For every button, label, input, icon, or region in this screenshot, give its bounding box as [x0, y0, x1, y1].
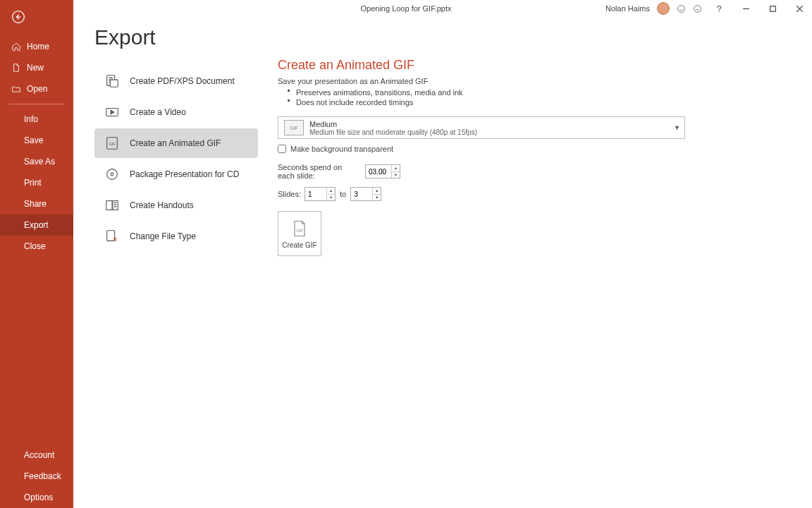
export-option-pdf[interactable]: Create PDF/XPS Document — [94, 66, 258, 96]
svg-point-12 — [107, 169, 118, 180]
export-option-label: Create PDF/XPS Document — [130, 76, 235, 86]
sidebar-item-new[interactable]: New — [0, 57, 73, 78]
export-option-label: Create Handouts — [130, 200, 194, 210]
export-option-video[interactable]: Create a Video — [94, 97, 258, 127]
sidebar-label: New — [27, 63, 44, 73]
svg-point-13 — [111, 173, 113, 176]
svg-rect-16 — [107, 231, 115, 241]
minimize-button[interactable] — [736, 1, 756, 16]
backstage-sidebar: Home New Open Info Save Save As Print Sh… — [0, 0, 73, 508]
back-button[interactable] — [0, 0, 73, 36]
sidebar-item-save[interactable]: Save — [0, 130, 73, 151]
seconds-label: Seconds spend on each slide: — [278, 163, 361, 180]
export-option-label: Change File Type — [130, 231, 196, 241]
create-gif-button[interactable]: GIF Create GIF — [278, 211, 321, 256]
sidebar-item-export[interactable]: Export — [0, 214, 73, 236]
page-title: Export — [94, 25, 258, 49]
sidebar-item-save-as[interactable]: Save As — [0, 151, 73, 172]
export-option-gif[interactable]: GIF Create an Animated GIF — [94, 128, 258, 158]
cd-icon — [104, 167, 120, 182]
sidebar-item-share[interactable]: Share — [0, 193, 73, 214]
spinner-down-icon[interactable]: ▼ — [372, 194, 381, 201]
spinner-up-icon[interactable]: ▲ — [391, 165, 400, 171]
export-option-filetype[interactable]: Change File Type — [94, 222, 258, 251]
maximize-button[interactable] — [763, 1, 782, 16]
export-option-cd[interactable]: Package Presentation for CD — [94, 159, 258, 189]
spinner-up-icon[interactable]: ▲ — [326, 188, 335, 194]
sidebar-label: Print — [24, 178, 42, 188]
user-name[interactable]: Nolan Haims — [605, 4, 650, 13]
transparent-label: Make background transparent — [290, 145, 393, 153]
pdf-icon — [104, 73, 120, 89]
sidebar-label: Open — [27, 84, 47, 94]
sidebar-label: Close — [24, 241, 46, 251]
chevron-down-icon: ▼ — [674, 124, 680, 131]
quality-title: Medium — [309, 120, 477, 128]
sidebar-label: Account — [24, 450, 54, 460]
titlebar: Opening Loop for GIF.pptx Nolan Haims ? — [73, 0, 812, 17]
document-title: Opening Loop for GIF.pptx — [360, 4, 451, 13]
slides-label: Slides: — [278, 190, 300, 198]
export-option-handouts[interactable]: Create Handouts — [94, 190, 258, 220]
sidebar-item-options[interactable]: Options — [0, 487, 73, 508]
slides-to-label: to — [340, 190, 346, 198]
sidebar-label: Export — [24, 220, 49, 230]
sidebar-item-home[interactable]: Home — [0, 36, 73, 57]
handouts-icon — [104, 198, 120, 213]
sidebar-label: Home — [27, 42, 49, 52]
video-icon — [104, 104, 120, 120]
spinner-up-icon[interactable]: ▲ — [372, 188, 381, 194]
sidebar-item-print[interactable]: Print — [0, 172, 73, 193]
export-option-label: Create a Video — [130, 107, 186, 117]
change-type-icon — [104, 229, 120, 244]
sidebar-label: Save — [24, 135, 43, 145]
quality-icon: GIF — [284, 120, 304, 135]
smile-face-icon[interactable] — [677, 4, 686, 13]
panel-bullet: Preserves animations, transitions, media… — [288, 88, 792, 97]
svg-text:GIF: GIF — [109, 142, 116, 146]
spinner-down-icon[interactable]: ▼ — [391, 171, 400, 179]
spinner-down-icon[interactable]: ▼ — [326, 194, 335, 201]
panel-bullet: Does not include recorded timings — [288, 98, 792, 107]
back-arrow-icon — [11, 10, 25, 24]
sidebar-label: Options — [24, 492, 53, 502]
svg-rect-15 — [113, 201, 118, 210]
svg-point-2 — [694, 5, 701, 12]
sidebar-item-account[interactable]: Account — [0, 445, 73, 466]
sidebar-item-close[interactable]: Close — [0, 236, 73, 257]
export-option-label: Create an Animated GIF — [130, 138, 221, 148]
sidebar-label: Feedback — [24, 471, 61, 481]
sidebar-label: Share — [24, 199, 47, 209]
export-option-label: Package Presentation for CD — [130, 169, 239, 179]
close-button[interactable] — [789, 1, 809, 16]
create-gif-label: Create GIF — [282, 241, 316, 249]
frown-face-icon[interactable] — [693, 4, 702, 13]
sidebar-item-feedback[interactable]: Feedback — [0, 466, 73, 487]
svg-rect-8 — [110, 80, 118, 87]
open-folder-icon — [11, 84, 21, 94]
sidebar-item-open[interactable]: Open — [0, 78, 73, 99]
svg-text:GIF: GIF — [296, 228, 303, 232]
avatar[interactable] — [657, 2, 670, 15]
panel-subtitle: Save your presentation as an Animated GI… — [278, 77, 792, 85]
divider — [8, 104, 65, 104]
gif-file-icon: GIF — [290, 219, 309, 238]
help-button[interactable]: ? — [709, 1, 729, 16]
new-doc-icon — [11, 63, 21, 73]
quality-dropdown[interactable]: GIF Medium Medium file size and moderate… — [278, 116, 685, 139]
sidebar-label: Save As — [24, 157, 55, 167]
svg-point-1 — [678, 5, 685, 12]
sidebar-label: Info — [24, 114, 38, 124]
sidebar-item-info[interactable]: Info — [0, 109, 73, 130]
home-icon — [11, 42, 21, 52]
quality-detail: Medium file size and moderate quality (4… — [309, 128, 477, 136]
svg-rect-14 — [106, 201, 112, 210]
gif-icon: GIF — [104, 135, 120, 151]
transparent-checkbox[interactable] — [278, 145, 286, 153]
svg-rect-4 — [770, 6, 775, 11]
panel-heading: Create an Animated GIF — [278, 58, 792, 73]
